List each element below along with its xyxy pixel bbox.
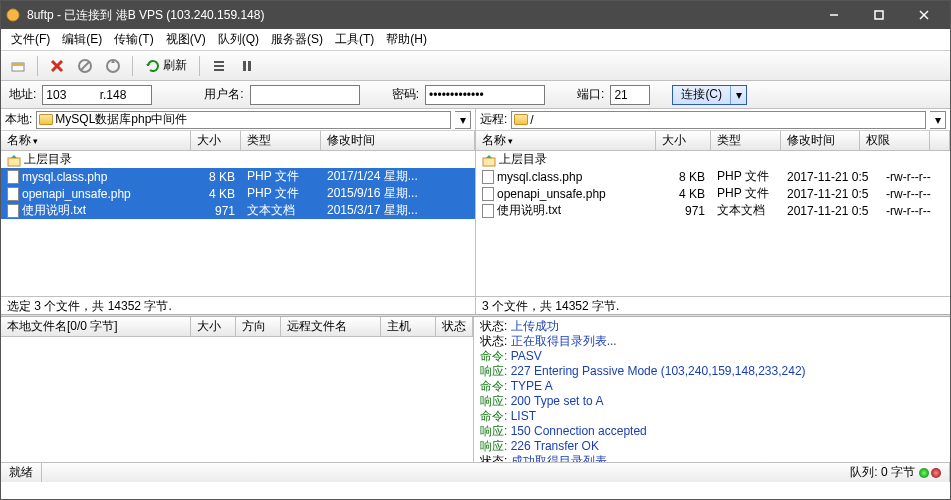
chevron-down-icon[interactable]: ▾	[730, 86, 746, 104]
menu-tools[interactable]: 工具(T)	[329, 29, 380, 50]
menubar: 文件(F) 编辑(E) 传输(T) 视图(V) 队列(Q) 服务器(S) 工具(…	[1, 29, 950, 51]
col-size[interactable]: 大小	[191, 131, 241, 150]
file-row[interactable]: mysql.class.php 8 KB PHP 文件 2017/1/24 星期…	[1, 168, 475, 185]
local-list-header: 名称▾ 大小 类型 修改时间	[1, 131, 475, 151]
chevron-down-icon[interactable]: ▾	[930, 111, 946, 129]
led-green-icon	[919, 468, 929, 478]
led-red-icon	[931, 468, 941, 478]
queue-pane: 本地文件名[0/0 字节] 大小 方向 远程文件名 主机 状态	[1, 317, 474, 462]
app-icon	[5, 7, 21, 23]
status-ready: 就绪	[1, 463, 42, 482]
remote-label: 远程:	[480, 111, 507, 128]
main-panes: 本地: MySQL数据库php中间件 ▾ 名称▾ 大小 类型 修改时间 上层目录…	[1, 109, 950, 314]
password-input[interactable]	[425, 85, 545, 105]
svg-point-0	[7, 9, 19, 21]
delete-icon[interactable]	[46, 55, 68, 77]
maximize-button[interactable]	[856, 1, 901, 29]
col-type[interactable]: 类型	[241, 131, 321, 150]
file-row[interactable]: openapi_unsafe.php 4 KB PHP 文件 2017-11-2…	[476, 185, 950, 202]
port-input[interactable]	[610, 85, 650, 105]
col-extra[interactable]	[930, 131, 950, 150]
col-localfile[interactable]: 本地文件名[0/0 字节]	[1, 317, 191, 336]
folder-icon	[514, 114, 528, 125]
address-input[interactable]	[42, 85, 152, 105]
menu-file[interactable]: 文件(F)	[5, 29, 56, 50]
file-row[interactable]: mysql.class.php 8 KB PHP 文件 2017-11-21 0…	[476, 168, 950, 185]
col-type[interactable]: 类型	[711, 131, 781, 150]
col-name[interactable]: 名称▾	[476, 131, 656, 150]
minimize-button[interactable]	[811, 1, 856, 29]
window-title: 8uftp - 已连接到 港B VPS (103.240.159.148)	[27, 7, 811, 24]
local-list[interactable]: 上层目录 mysql.class.php 8 KB PHP 文件 2017/1/…	[1, 151, 475, 296]
pause-icon[interactable]	[236, 55, 258, 77]
refresh-button[interactable]: 刷新	[141, 57, 191, 74]
local-path-input[interactable]: MySQL数据库php中间件	[36, 111, 451, 129]
queue-header: 本地文件名[0/0 字节] 大小 方向 远程文件名 主机 状态	[1, 317, 473, 337]
chevron-down-icon[interactable]: ▾	[455, 111, 471, 129]
username-input[interactable]	[250, 85, 360, 105]
svg-rect-2	[875, 11, 883, 19]
file-row[interactable]: 使用说明.txt 971 文本文档 2015/3/17 星期...	[1, 202, 475, 219]
port-label: 端口:	[577, 86, 604, 103]
svg-rect-15	[243, 61, 246, 71]
col-date[interactable]: 修改时间	[321, 131, 475, 150]
status-queue: 队列: 0 字节	[842, 463, 950, 482]
remote-list[interactable]: 上层目录 mysql.class.php 8 KB PHP 文件 2017-11…	[476, 151, 950, 296]
separator	[199, 56, 200, 76]
col-date[interactable]: 修改时间	[781, 131, 860, 150]
folder-icon	[39, 114, 53, 125]
col-perm[interactable]: 权限	[860, 131, 930, 150]
col-remotefile[interactable]: 远程文件名	[281, 317, 381, 336]
connect-button[interactable]: 连接(C) ▾	[672, 85, 747, 105]
connect-label: 连接(C)	[673, 86, 730, 103]
menu-transfer[interactable]: 传输(T)	[108, 29, 159, 50]
remote-status: 3 个文件，共 14352 字节.	[476, 296, 950, 314]
log-pane[interactable]: 状态: 上传成功状态: 正在取得目录列表...命令: PASV响应: 227 E…	[474, 317, 950, 462]
file-icon	[482, 170, 494, 184]
file-icon	[482, 204, 494, 218]
up-folder-icon	[482, 153, 496, 167]
queue-icon[interactable]	[208, 55, 230, 77]
col-host[interactable]: 主机	[381, 317, 436, 336]
reconnect-icon[interactable]	[102, 55, 124, 77]
file-icon	[7, 170, 19, 184]
local-pane: 本地: MySQL数据库php中间件 ▾ 名称▾ 大小 类型 修改时间 上层目录…	[1, 109, 476, 314]
username-label: 用户名:	[204, 86, 243, 103]
col-dir[interactable]: 方向	[236, 317, 281, 336]
col-size[interactable]: 大小	[656, 131, 711, 150]
svg-rect-16	[248, 61, 251, 71]
menu-edit[interactable]: 编辑(E)	[56, 29, 108, 50]
col-qsize[interactable]: 大小	[191, 317, 236, 336]
close-button[interactable]	[901, 1, 946, 29]
toolbar: 刷新	[1, 51, 950, 81]
menu-help[interactable]: 帮助(H)	[380, 29, 433, 50]
local-path-text: MySQL数据库php中间件	[55, 111, 187, 128]
local-status: 选定 3 个文件，共 14352 字节.	[1, 296, 475, 314]
svg-rect-17	[8, 158, 20, 166]
remote-path-input[interactable]: /	[511, 111, 926, 129]
parent-dir-row[interactable]: 上层目录	[1, 151, 475, 168]
file-icon	[7, 187, 19, 201]
password-label: 密码:	[392, 86, 419, 103]
col-qstatus[interactable]: 状态	[436, 317, 473, 336]
titlebar: 8uftp - 已连接到 港B VPS (103.240.159.148)	[1, 1, 950, 29]
separator	[132, 56, 133, 76]
file-icon	[7, 204, 19, 218]
remote-list-header: 名称▾ 大小 类型 修改时间 权限	[476, 131, 950, 151]
address-label: 地址:	[9, 86, 36, 103]
menu-queue[interactable]: 队列(Q)	[212, 29, 265, 50]
local-path-row: 本地: MySQL数据库php中间件 ▾	[1, 109, 475, 131]
file-row[interactable]: openapi_unsafe.php 4 KB PHP 文件 2015/9/16…	[1, 185, 475, 202]
refresh-label: 刷新	[163, 57, 187, 74]
parent-dir-row[interactable]: 上层目录	[476, 151, 950, 168]
remote-path-row: 远程: / ▾	[476, 109, 950, 131]
menu-server[interactable]: 服务器(S)	[265, 29, 329, 50]
statusbar: 就绪 队列: 0 字节	[1, 462, 950, 482]
connect-icon[interactable]	[7, 55, 29, 77]
col-name[interactable]: 名称▾	[1, 131, 191, 150]
file-row[interactable]: 使用说明.txt 971 文本文档 2017-11-21 0:5 -rw-r--…	[476, 202, 950, 219]
stop-icon[interactable]	[74, 55, 96, 77]
local-label: 本地:	[5, 111, 32, 128]
menu-view[interactable]: 视图(V)	[160, 29, 212, 50]
queue-list[interactable]	[1, 337, 473, 462]
